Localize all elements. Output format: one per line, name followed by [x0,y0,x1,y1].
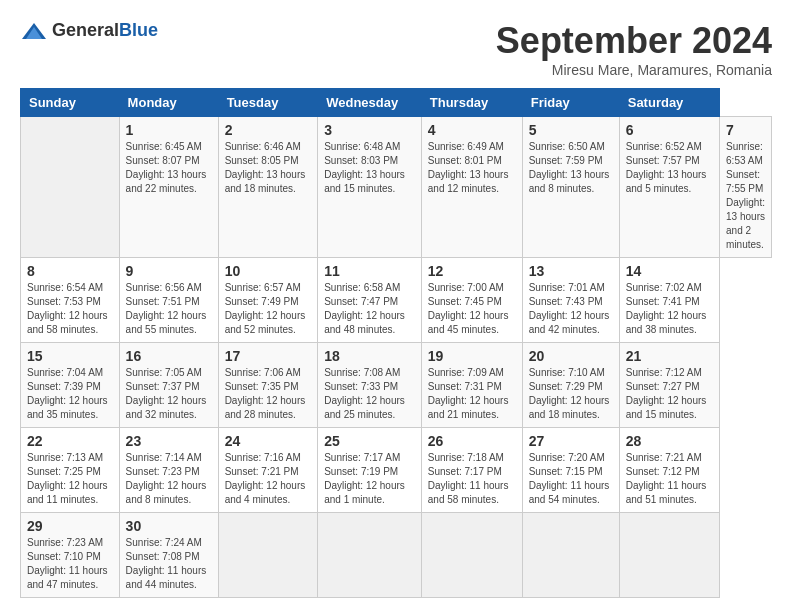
day-info: Sunrise: 7:00 AMSunset: 7:45 PMDaylight:… [428,281,516,337]
day-info: Sunrise: 7:05 AMSunset: 7:37 PMDaylight:… [126,366,212,422]
day-info: Sunrise: 6:52 AMSunset: 7:57 PMDaylight:… [626,140,713,196]
day-number: 29 [27,518,113,534]
day-info: Sunrise: 6:53 AMSunset: 7:55 PMDaylight:… [726,140,765,252]
calendar-cell: 12Sunrise: 7:00 AMSunset: 7:45 PMDayligh… [421,258,522,343]
logo-icon [20,21,48,41]
day-info: Sunrise: 7:17 AMSunset: 7:19 PMDaylight:… [324,451,415,507]
calendar-cell: 8Sunrise: 6:54 AMSunset: 7:53 PMDaylight… [21,258,120,343]
day-info: Sunrise: 7:08 AMSunset: 7:33 PMDaylight:… [324,366,415,422]
calendar-cell: 7Sunrise: 6:53 AMSunset: 7:55 PMDaylight… [720,117,772,258]
calendar-cell [218,513,318,598]
calendar-cell: 25Sunrise: 7:17 AMSunset: 7:19 PMDayligh… [318,428,422,513]
day-number: 19 [428,348,516,364]
day-info: Sunrise: 6:46 AMSunset: 8:05 PMDaylight:… [225,140,312,196]
day-number: 6 [626,122,713,138]
day-number: 14 [626,263,713,279]
logo-blue: Blue [119,20,158,40]
calendar-cell [421,513,522,598]
calendar-cell: 4Sunrise: 6:49 AMSunset: 8:01 PMDaylight… [421,117,522,258]
calendar-cell: 6Sunrise: 6:52 AMSunset: 7:57 PMDaylight… [619,117,719,258]
calendar-week-row: 1Sunrise: 6:45 AMSunset: 8:07 PMDaylight… [21,117,772,258]
day-number: 24 [225,433,312,449]
day-number: 23 [126,433,212,449]
day-number: 18 [324,348,415,364]
month-year-title: September 2024 [496,20,772,62]
logo: GeneralBlue [20,20,158,41]
day-number: 26 [428,433,516,449]
calendar-cell: 9Sunrise: 6:56 AMSunset: 7:51 PMDaylight… [119,258,218,343]
calendar-cell: 17Sunrise: 7:06 AMSunset: 7:35 PMDayligh… [218,343,318,428]
day-info: Sunrise: 7:18 AMSunset: 7:17 PMDaylight:… [428,451,516,507]
page-header: GeneralBlue September 2024 Miresu Mare, … [20,20,772,78]
day-number: 25 [324,433,415,449]
calendar-cell: 29Sunrise: 7:23 AMSunset: 7:10 PMDayligh… [21,513,120,598]
day-info: Sunrise: 7:04 AMSunset: 7:39 PMDaylight:… [27,366,113,422]
day-number: 10 [225,263,312,279]
day-number: 17 [225,348,312,364]
weekday-header-row: SundayMondayTuesdayWednesdayThursdayFrid… [21,89,772,117]
day-number: 2 [225,122,312,138]
calendar-cell: 16Sunrise: 7:05 AMSunset: 7:37 PMDayligh… [119,343,218,428]
calendar-cell: 26Sunrise: 7:18 AMSunset: 7:17 PMDayligh… [421,428,522,513]
day-info: Sunrise: 7:13 AMSunset: 7:25 PMDaylight:… [27,451,113,507]
calendar-cell [318,513,422,598]
day-number: 4 [428,122,516,138]
calendar-table: SundayMondayTuesdayWednesdayThursdayFrid… [20,88,772,598]
day-number: 1 [126,122,212,138]
calendar-cell: 24Sunrise: 7:16 AMSunset: 7:21 PMDayligh… [218,428,318,513]
calendar-cell [21,117,120,258]
day-info: Sunrise: 7:20 AMSunset: 7:15 PMDaylight:… [529,451,613,507]
day-number: 3 [324,122,415,138]
day-info: Sunrise: 7:21 AMSunset: 7:12 PMDaylight:… [626,451,713,507]
calendar-cell: 28Sunrise: 7:21 AMSunset: 7:12 PMDayligh… [619,428,719,513]
weekday-header-sunday: Sunday [21,89,120,117]
day-info: Sunrise: 6:57 AMSunset: 7:49 PMDaylight:… [225,281,312,337]
calendar-cell [619,513,719,598]
weekday-header-saturday: Saturday [619,89,719,117]
calendar-cell: 27Sunrise: 7:20 AMSunset: 7:15 PMDayligh… [522,428,619,513]
day-number: 13 [529,263,613,279]
day-info: Sunrise: 7:16 AMSunset: 7:21 PMDaylight:… [225,451,312,507]
calendar-cell: 20Sunrise: 7:10 AMSunset: 7:29 PMDayligh… [522,343,619,428]
calendar-cell: 13Sunrise: 7:01 AMSunset: 7:43 PMDayligh… [522,258,619,343]
day-number: 27 [529,433,613,449]
calendar-cell: 30Sunrise: 7:24 AMSunset: 7:08 PMDayligh… [119,513,218,598]
day-number: 12 [428,263,516,279]
weekday-header-thursday: Thursday [421,89,522,117]
day-info: Sunrise: 7:12 AMSunset: 7:27 PMDaylight:… [626,366,713,422]
calendar-week-row: 15Sunrise: 7:04 AMSunset: 7:39 PMDayligh… [21,343,772,428]
day-info: Sunrise: 7:02 AMSunset: 7:41 PMDaylight:… [626,281,713,337]
calendar-cell: 11Sunrise: 6:58 AMSunset: 7:47 PMDayligh… [318,258,422,343]
day-number: 20 [529,348,613,364]
day-number: 7 [726,122,765,138]
day-info: Sunrise: 7:23 AMSunset: 7:10 PMDaylight:… [27,536,113,592]
calendar-cell: 3Sunrise: 6:48 AMSunset: 8:03 PMDaylight… [318,117,422,258]
day-number: 9 [126,263,212,279]
weekday-header-tuesday: Tuesday [218,89,318,117]
day-number: 8 [27,263,113,279]
weekday-header-wednesday: Wednesday [318,89,422,117]
calendar-week-row: 22Sunrise: 7:13 AMSunset: 7:25 PMDayligh… [21,428,772,513]
day-info: Sunrise: 6:48 AMSunset: 8:03 PMDaylight:… [324,140,415,196]
calendar-cell: 15Sunrise: 7:04 AMSunset: 7:39 PMDayligh… [21,343,120,428]
calendar-cell: 2Sunrise: 6:46 AMSunset: 8:05 PMDaylight… [218,117,318,258]
day-info: Sunrise: 7:14 AMSunset: 7:23 PMDaylight:… [126,451,212,507]
day-info: Sunrise: 7:09 AMSunset: 7:31 PMDaylight:… [428,366,516,422]
day-number: 15 [27,348,113,364]
day-info: Sunrise: 6:50 AMSunset: 7:59 PMDaylight:… [529,140,613,196]
calendar-cell: 19Sunrise: 7:09 AMSunset: 7:31 PMDayligh… [421,343,522,428]
calendar-cell: 14Sunrise: 7:02 AMSunset: 7:41 PMDayligh… [619,258,719,343]
day-number: 21 [626,348,713,364]
title-block: September 2024 Miresu Mare, Maramures, R… [496,20,772,78]
day-info: Sunrise: 7:06 AMSunset: 7:35 PMDaylight:… [225,366,312,422]
day-info: Sunrise: 7:10 AMSunset: 7:29 PMDaylight:… [529,366,613,422]
day-info: Sunrise: 7:01 AMSunset: 7:43 PMDaylight:… [529,281,613,337]
day-number: 11 [324,263,415,279]
calendar-cell [522,513,619,598]
day-info: Sunrise: 7:24 AMSunset: 7:08 PMDaylight:… [126,536,212,592]
day-number: 28 [626,433,713,449]
day-info: Sunrise: 6:58 AMSunset: 7:47 PMDaylight:… [324,281,415,337]
calendar-cell: 5Sunrise: 6:50 AMSunset: 7:59 PMDaylight… [522,117,619,258]
calendar-week-row: 29Sunrise: 7:23 AMSunset: 7:10 PMDayligh… [21,513,772,598]
calendar-cell: 10Sunrise: 6:57 AMSunset: 7:49 PMDayligh… [218,258,318,343]
